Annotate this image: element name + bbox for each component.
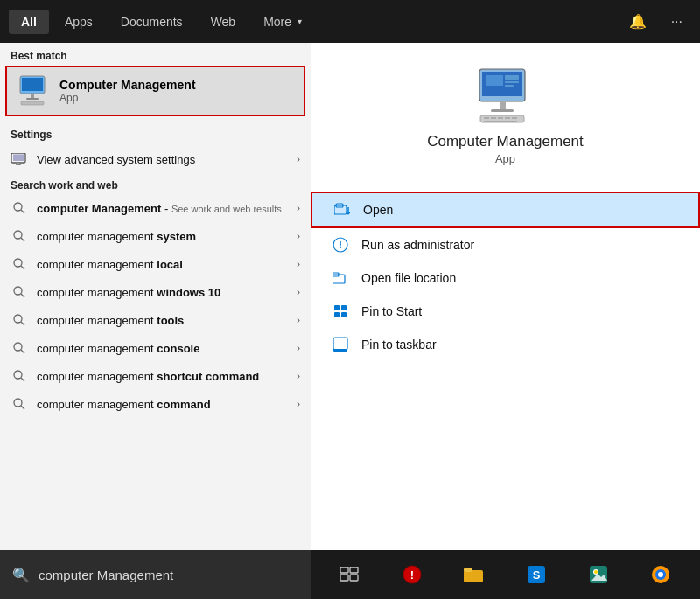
search-box[interactable]: 🔍 computer Management	[0, 550, 311, 599]
svg-line-14	[21, 266, 24, 269]
svg-line-10	[21, 210, 24, 213]
svg-point-65	[594, 570, 598, 574]
store-icon[interactable]: S	[517, 555, 556, 594]
open-file-icon	[332, 269, 349, 287]
svg-rect-27	[486, 75, 503, 86]
settings-item[interactable]: View advanced system settings ›	[0, 144, 311, 174]
svg-rect-7	[18, 163, 19, 164]
svg-point-17	[14, 315, 22, 323]
action-item-pin-taskbar[interactable]: Pin to taskbar	[311, 328, 700, 361]
pin-start-label: Pin to Start	[361, 304, 422, 318]
top-nav: All Apps Documents Web More ▾ 🔔 ···	[0, 0, 700, 43]
svg-rect-31	[500, 101, 506, 109]
svg-rect-47	[334, 305, 340, 310]
chevron-right-icon: ›	[297, 153, 300, 165]
svg-line-16	[21, 294, 24, 297]
search-suggestion-icon-0	[10, 199, 28, 217]
antivirus-icon[interactable]: !	[393, 555, 431, 594]
suggestion-text-4: computer management tools	[37, 314, 288, 327]
svg-rect-35	[491, 117, 496, 119]
run-admin-label: Run as administrator	[361, 238, 474, 252]
svg-line-20	[21, 350, 24, 353]
suggestion-chevron-1: ›	[297, 230, 300, 242]
computer-management-icon	[18, 74, 51, 108]
suggestion-text-6: computer management shortcut command	[37, 370, 288, 383]
suggestion-chevron-3: ›	[297, 286, 300, 298]
svg-rect-60	[464, 568, 472, 572]
svg-rect-53	[340, 567, 348, 573]
search-suggestion-icon-2	[10, 255, 28, 273]
monitor-icon	[10, 150, 28, 168]
svg-line-22	[21, 378, 24, 381]
open-label: Open	[363, 203, 393, 217]
taskview-icon[interactable]	[331, 555, 369, 594]
app-subtitle: App	[495, 152, 515, 165]
best-match-item[interactable]: Computer Management App	[5, 66, 305, 116]
user-icon[interactable]: 🔔	[620, 8, 655, 35]
nav-item-apps[interactable]: Apps	[52, 10, 105, 34]
svg-rect-36	[498, 117, 503, 119]
svg-rect-48	[341, 305, 346, 310]
svg-rect-2	[31, 94, 34, 98]
search-icon: 🔍	[12, 567, 30, 583]
svg-line-18	[21, 322, 24, 325]
search-suggestion-icon-6	[10, 367, 28, 385]
search-suggestion-icon-7	[10, 395, 28, 413]
right-panel: Computer Management App Open!Run as admi…	[311, 43, 700, 550]
firefox-icon[interactable]	[641, 555, 680, 594]
photos-icon[interactable]	[579, 555, 618, 594]
svg-rect-52	[333, 349, 347, 352]
suggestion-text-2: computer management local	[37, 258, 288, 271]
suggestion-item-2[interactable]: computer management local›	[0, 250, 311, 278]
search-suggestion-icon-4	[10, 311, 28, 329]
left-panel: Best match Computer Management App	[0, 43, 311, 550]
suggestions-list: computer Management - See work and web r…	[0, 194, 311, 418]
more-options-icon[interactable]: ···	[662, 9, 691, 35]
svg-rect-29	[505, 81, 519, 83]
suggestion-text-7: computer management command	[37, 398, 288, 411]
app-title: Computer Management	[427, 133, 584, 150]
open-icon	[333, 201, 351, 219]
action-item-run-admin[interactable]: !Run as administrator	[311, 228, 700, 261]
svg-point-21	[14, 371, 22, 379]
action-item-open-file[interactable]: Open file location	[311, 261, 700, 295]
svg-rect-56	[350, 575, 358, 581]
nav-item-more[interactable]: More ▾	[251, 10, 314, 34]
svg-point-15	[14, 287, 22, 295]
app-icon-area: Computer Management App	[427, 67, 584, 165]
suggestion-chevron-0: ›	[297, 202, 300, 214]
svg-rect-49	[334, 312, 340, 317]
nav-item-web[interactable]: Web	[199, 10, 248, 34]
suggestion-item-3[interactable]: computer management windows 10›	[0, 278, 311, 306]
svg-point-13	[14, 259, 22, 267]
suggestion-chevron-7: ›	[297, 398, 300, 410]
svg-rect-1	[22, 78, 43, 91]
suggestion-item-7[interactable]: computer management command›	[0, 390, 311, 418]
run-admin-icon: !	[332, 236, 349, 254]
nav-item-all[interactable]: All	[9, 10, 49, 34]
taskbar: ! S	[311, 550, 700, 599]
svg-point-69	[658, 572, 663, 577]
action-item-pin-start[interactable]: Pin to Start	[311, 295, 700, 328]
svg-rect-37	[505, 117, 510, 119]
file-explorer-icon[interactable]	[455, 555, 494, 594]
best-match-label: Best match	[0, 43, 311, 66]
suggestion-item-4[interactable]: computer management tools›	[0, 306, 311, 334]
pin-taskbar-label: Pin to taskbar	[361, 338, 437, 352]
suggestion-text-5: computer management console	[37, 342, 288, 355]
action-item-open[interactable]: Open	[311, 192, 700, 228]
nav-item-documents[interactable]: Documents	[108, 10, 195, 34]
suggestion-item-0[interactable]: computer Management - See work and web r…	[0, 194, 311, 222]
suggestion-chevron-5: ›	[297, 342, 300, 354]
suggestion-chevron-2: ›	[297, 258, 300, 270]
suggestion-item-5[interactable]: computer management console›	[0, 334, 311, 362]
pin-start-icon	[332, 303, 349, 320]
action-list: Open!Run as administratorOpen file locat…	[311, 192, 700, 361]
suggestion-item-6[interactable]: computer management shortcut command›	[0, 362, 311, 390]
suggestion-item-1[interactable]: computer management system›	[0, 222, 311, 250]
suggestion-text-3: computer management windows 10	[37, 286, 288, 299]
svg-rect-8	[16, 164, 21, 165]
svg-rect-59	[464, 570, 483, 582]
svg-rect-34	[484, 117, 489, 119]
svg-point-11	[14, 231, 22, 239]
